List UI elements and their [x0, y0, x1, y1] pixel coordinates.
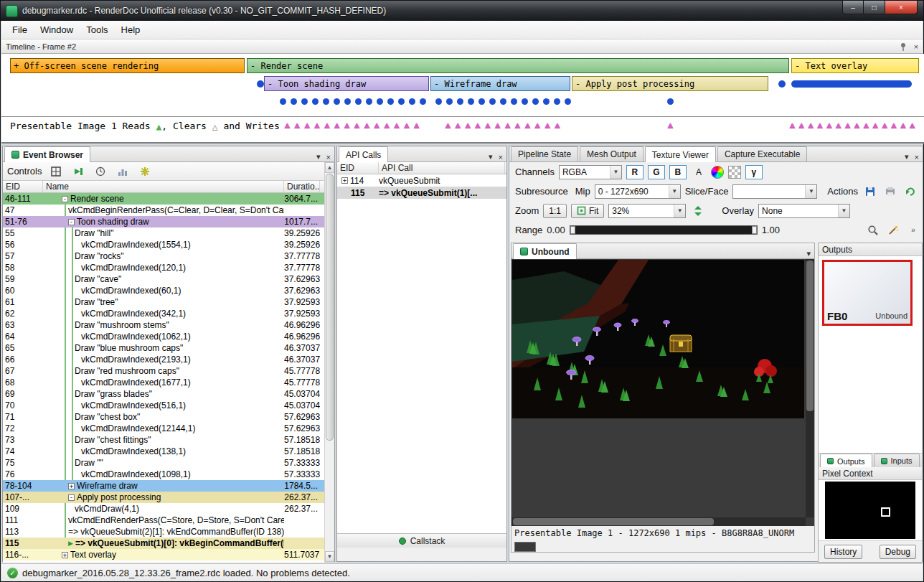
- event-row[interactable]: 56vkCmdDrawIndexed(1554,1)39.25926: [3, 239, 324, 250]
- event-row[interactable]: 51-76-Toon shading draw1017.7...: [3, 216, 324, 227]
- checkerboard-icon[interactable]: [728, 166, 741, 179]
- chevron-down-icon[interactable]: ▾: [316, 152, 321, 161]
- event-row[interactable]: 76vkCmdDrawIndexed(1098,1)57.33333: [3, 469, 324, 480]
- event-row[interactable]: 70vkCmdDrawIndexed(516,1)45.03704: [3, 400, 324, 411]
- channel-green-button[interactable]: G: [648, 165, 665, 179]
- column-header-eid[interactable]: EID: [337, 162, 379, 174]
- timeline-bar[interactable]: - Apply post processing: [572, 76, 768, 91]
- tab-event-browser[interactable]: Event Browser: [4, 146, 90, 162]
- api-call-row[interactable]: 115=> vkQueueSubmit(1)[...: [337, 187, 506, 199]
- toolbar-overflow-icon[interactable]: »: [905, 223, 921, 238]
- scrollbar[interactable]: ▲ ▼: [324, 162, 334, 562]
- tab-outputs[interactable]: Outputs: [820, 454, 872, 468]
- callstack-section[interactable]: Callstack: [337, 533, 506, 548]
- event-row[interactable]: 67Draw "red mushroom caps"45.77778: [3, 365, 324, 377]
- timeline-bar[interactable]: + Off-screen scene rendering: [10, 58, 245, 73]
- event-row[interactable]: 109vkCmdDraw(4,1)262.37...: [3, 503, 324, 515]
- event-row[interactable]: 75Draw ""57.33333: [3, 457, 324, 469]
- menu-help[interactable]: Help: [115, 22, 147, 38]
- overlay-dropdown[interactable]: None ▼: [758, 204, 850, 218]
- texture-viewport[interactable]: [512, 259, 814, 526]
- range-min-handle[interactable]: [570, 226, 575, 234]
- expand-icon[interactable]: +: [68, 483, 75, 489]
- event-row[interactable]: 107-...-Apply post processing262.37...: [3, 492, 324, 503]
- event-row[interactable]: 113=> vkQueueSubmit(2)[1]: vkEndCommandB…: [3, 526, 324, 538]
- debug-button[interactable]: Debug: [880, 545, 916, 559]
- scroll-down-icon[interactable]: ▼: [325, 551, 334, 562]
- timeline-bar[interactable]: - Text overlay: [791, 58, 919, 73]
- event-row[interactable]: 78-104+Wireframe draw1784.5...: [3, 480, 324, 492]
- chevron-down-icon[interactable]: ▾: [806, 249, 811, 258]
- timeline-bar[interactable]: - Toon shading draw: [264, 76, 429, 91]
- collapse-icon[interactable]: -: [68, 494, 75, 501]
- event-row[interactable]: 59Draw "cave"37.62963: [3, 273, 324, 285]
- sliceface-dropdown[interactable]: ▼: [732, 184, 817, 199]
- range-max-handle[interactable]: [752, 226, 757, 234]
- close-icon[interactable]: ×: [326, 153, 331, 161]
- event-row[interactable]: 71Draw "chest box"57.62963: [3, 411, 324, 423]
- channel-red-button[interactable]: R: [626, 165, 644, 179]
- event-row[interactable]: 46-111-Render scene3064.7...: [3, 193, 324, 205]
- mip-dropdown[interactable]: 0 - 1272x690 ▼: [595, 184, 681, 199]
- maximize-button[interactable]: □: [864, 1, 885, 14]
- texture-vscrollbar[interactable]: [806, 259, 814, 517]
- minimize-button[interactable]: –: [842, 1, 864, 14]
- event-row[interactable]: 58vkCmdDrawIndexed(120,1)37.77778: [3, 262, 324, 273]
- title-bar[interactable]: debugmarker.rdc - RenderDoc Unofficial r…: [1, 1, 923, 21]
- event-row[interactable]: 66vkCmdDrawIndexed(2193,1)46.37037: [3, 354, 324, 365]
- menu-tools[interactable]: Tools: [80, 22, 114, 38]
- event-row[interactable]: 74vkCmdDrawIndexed(138,1)57.18518: [3, 446, 324, 457]
- goto-eid-icon[interactable]: [70, 164, 86, 179]
- event-row[interactable]: 60vkCmdDrawIndexed(60,1)37.62963: [3, 285, 324, 296]
- close-button[interactable]: ×: [885, 1, 918, 14]
- event-row[interactable]: 63Draw "mushroom stems"46.96296: [3, 319, 324, 331]
- scroll-up-icon[interactable]: ▲: [325, 162, 334, 173]
- pixel-context-view[interactable]: [825, 482, 915, 539]
- column-header-eid[interactable]: EID: [3, 181, 43, 192]
- zoom-level-combo[interactable]: 32% ▼: [608, 204, 686, 218]
- output-thumbnail-fb0[interactable]: FB0 Unbound: [822, 260, 913, 326]
- tab-pipeline-state[interactable]: Pipeline State: [511, 146, 578, 161]
- scrollbar-thumb[interactable]: [806, 261, 814, 411]
- expand-icon[interactable]: +: [62, 552, 68, 558]
- tab-mesh-output[interactable]: Mesh Output: [580, 146, 644, 161]
- tab-texture-viewer[interactable]: Texture Viewer: [645, 146, 716, 162]
- tab-api-calls[interactable]: API Calls: [339, 146, 388, 162]
- expand-icon[interactable]: +: [341, 177, 348, 184]
- close-icon[interactable]: ×: [499, 153, 503, 161]
- texture-image[interactable]: [512, 260, 804, 418]
- channel-alpha-button[interactable]: A: [691, 165, 707, 179]
- event-row[interactable]: 64vkCmdDrawIndexed(1062,1)46.96296: [3, 331, 324, 342]
- texture-hscrollbar[interactable]: [512, 517, 806, 526]
- menu-window[interactable]: Window: [34, 22, 80, 38]
- event-row[interactable]: 47vkCmdBeginRenderPass(C=Clear, D=Clear,…: [3, 205, 324, 216]
- history-button[interactable]: History: [824, 545, 862, 559]
- tab-capture-executable[interactable]: Capture Executable: [717, 146, 807, 161]
- event-row[interactable]: 61Draw "tree"37.92593: [3, 296, 324, 308]
- channel-blue-button[interactable]: B: [669, 165, 687, 179]
- api-call-row[interactable]: +114vkQueueSubmit: [337, 174, 506, 187]
- column-header-duratio[interactable]: Duratio...: [284, 181, 320, 192]
- range-slider[interactable]: [570, 225, 758, 235]
- chevron-down-icon[interactable]: ▾: [489, 152, 493, 161]
- event-row[interactable]: 116-...+Text overlay511.7037: [3, 549, 324, 560]
- scrollbar-thumb[interactable]: [513, 518, 714, 525]
- collapse-icon[interactable]: -: [62, 196, 68, 202]
- tab-unbound-texture[interactable]: Unbound: [513, 243, 577, 259]
- event-row[interactable]: 73Draw "chest fittings"57.18518: [3, 434, 324, 446]
- save-icon[interactable]: [862, 184, 878, 199]
- event-row[interactable]: 55Draw "hill"39.25926: [3, 227, 324, 239]
- zoom-fit-button[interactable]: Fit: [571, 204, 604, 218]
- flip-y-icon[interactable]: [690, 204, 706, 218]
- event-row[interactable]: 72vkCmdDrawIndexed(12144,1)57.62963: [3, 423, 324, 434]
- event-row[interactable]: 62vkCmdDrawIndexed(342,1)37.92593: [3, 308, 324, 319]
- timeline-bar[interactable]: - Render scene: [247, 58, 789, 73]
- open-external-icon[interactable]: [882, 184, 898, 199]
- close-icon[interactable]: ×: [910, 41, 923, 52]
- time-durations-icon[interactable]: [93, 164, 108, 179]
- export-icon[interactable]: [48, 164, 64, 179]
- refresh-icon[interactable]: [902, 184, 918, 199]
- zoom-1to1-button[interactable]: 1:1: [543, 204, 567, 218]
- channels-dropdown[interactable]: RGBA ▼: [559, 165, 622, 179]
- column-header-name[interactable]: Name: [43, 181, 284, 192]
